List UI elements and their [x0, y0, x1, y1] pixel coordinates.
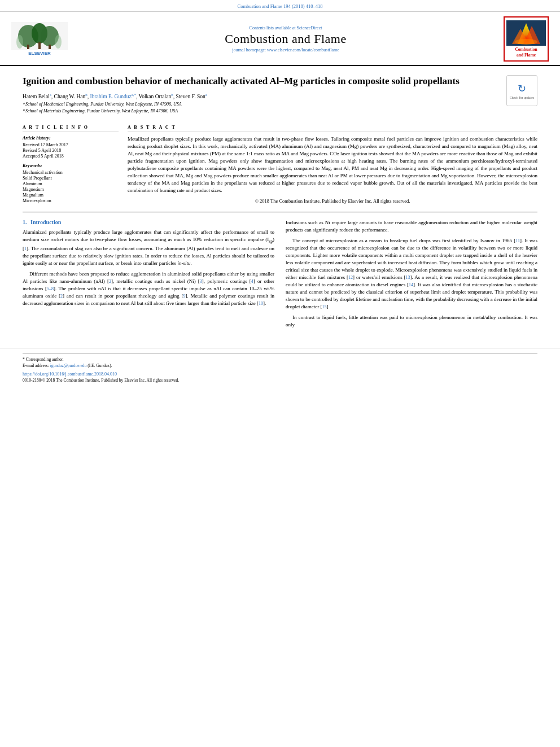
- journal-logo-box: Combustion and Flame: [504, 16, 549, 62]
- right-para-1: Inclusions such as Ni require large amou…: [286, 219, 537, 234]
- check-updates-icon: ↻: [518, 82, 526, 95]
- affiliation-a: ᵃ School of Mechanical Engineering, Purd…: [23, 102, 501, 107]
- abstract-paragraph: Metallized propellants typically produce…: [128, 136, 537, 194]
- revised-date: Revised 5 April 2018: [23, 148, 119, 153]
- citation-text: Combustion and Flame 194 (2018) 410–418: [238, 3, 323, 9]
- body-text-area: 1. Introduction Aluminized propellants t…: [23, 219, 537, 333]
- history-label: Article history:: [23, 136, 119, 141]
- article-content: Ignition and combustion behavior of mech…: [0, 66, 560, 343]
- introduction-body: Aluminized propellants typically produce…: [23, 229, 274, 307]
- intro-para-2: Different methods have been proposed to …: [23, 270, 274, 307]
- right-para-2: The concept of microexplosion as a means…: [286, 237, 537, 311]
- section-divider: [23, 212, 537, 212]
- elsevier-logo: ELSEVIER: [11, 22, 68, 56]
- footer-area: * Corresponding author. E-mail address: …: [0, 348, 560, 386]
- received-date: Received 17 March 2017: [23, 142, 119, 147]
- article-info-column: A R T I C L E I N F O Article history: R…: [23, 125, 119, 205]
- keyword-6: Microexplosion: [23, 198, 119, 203]
- svg-rect-6: [49, 45, 51, 49]
- doi-link[interactable]: https://doi.org/10.1016/j.combustflame.2…: [23, 372, 537, 377]
- keyword-1: Mechanical activation: [23, 170, 119, 175]
- abstract-copyright: © 2018 The Combustion Institute. Publish…: [128, 198, 537, 204]
- abstract-label: A B S T R A C T: [128, 125, 537, 132]
- svg-point-8: [55, 35, 62, 49]
- keyword-3: Aluminum: [23, 181, 119, 186]
- article-title: Ignition and combustion behavior of mech…: [23, 75, 501, 88]
- journal-center-info: Contents lists available at ScienceDirec…: [68, 25, 504, 53]
- page-wrapper: Combustion and Flame 194 (2018) 410–418 …: [0, 0, 560, 747]
- check-updates-box: ↻ Check for updates: [506, 75, 537, 106]
- keyword-2: Solid Propellant: [23, 176, 119, 181]
- body-left-column: 1. Introduction Aluminized propellants t…: [23, 219, 274, 333]
- svg-point-7: [16, 35, 23, 49]
- journal-logo-text: Combustion and Flame: [515, 47, 537, 58]
- right-para-3: In contrast to liquid fuels, little atte…: [286, 314, 537, 329]
- homepage-link[interactable]: www.elsevier.com/locate/combustflame: [267, 47, 339, 53]
- author-email[interactable]: igunduz@purdue.edu: [50, 363, 87, 368]
- check-updates-label: Check for updates: [510, 96, 535, 99]
- article-title-section: Ignition and combustion behavior of mech…: [23, 75, 537, 118]
- article-history: Article history: Received 17 March 2017 …: [23, 136, 119, 159]
- introduction-heading: 1. Introduction: [23, 219, 274, 225]
- svg-rect-5: [38, 42, 41, 49]
- article-title-text: Ignition and combustion behavior of mech…: [23, 75, 501, 113]
- authors: Hatem Belala, Chang W. Hanb, Ibrahim E. …: [23, 93, 501, 99]
- svg-point-14: [515, 39, 537, 45]
- footer-copyright: 0010-2180/© 2018 The Combustion Institut…: [23, 378, 537, 383]
- science-direct-link[interactable]: ScienceDirect: [297, 25, 322, 30]
- keywords-label: Keywords:: [23, 163, 119, 168]
- body-right-text: Inclusions such as Ni require large amou…: [286, 219, 537, 329]
- journal-logo-image: [506, 20, 546, 46]
- science-direct-text: Contents lists available at ScienceDirec…: [68, 25, 504, 30]
- journal-header: ELSEVIER Contents lists available at Sci…: [0, 12, 560, 66]
- affiliation-b: ᵇ School of Materials Engineering, Purdu…: [23, 108, 501, 113]
- journal-homepage: journal homepage: www.elsevier.com/locat…: [68, 47, 504, 53]
- footer-divider: [23, 353, 537, 353]
- body-right-column: Inclusions such as Ni require large amou…: [286, 219, 537, 333]
- intro-para-1: Aluminized propellants typically produce…: [23, 229, 274, 267]
- section-number: 1.: [23, 219, 27, 225]
- abstract-column: A B S T R A C T Metallized propellants t…: [128, 125, 537, 205]
- keyword-5: Magnalium: [23, 193, 119, 198]
- accepted-date: Accepted 5 April 2018: [23, 154, 119, 159]
- svg-rect-4: [27, 45, 29, 49]
- top-citation-bar: Combustion and Flame 194 (2018) 410–418: [0, 0, 560, 12]
- article-info-label: A R T I C L E I N F O: [23, 125, 119, 132]
- journal-title: Combustion and Flame: [68, 32, 504, 46]
- intro-heading-text: Introduction: [30, 219, 61, 225]
- keywords-section: Keywords: Mechanical activation Solid Pr…: [23, 163, 119, 203]
- svg-text:ELSEVIER: ELSEVIER: [28, 51, 51, 56]
- abstract-text: Metallized propellants typically produce…: [128, 136, 537, 205]
- email-note: E-mail address: igunduz@purdue.edu (I.E.…: [23, 363, 537, 368]
- article-info-abstract: A R T I C L E I N F O Article history: R…: [23, 125, 537, 205]
- corresponding-author-note: * Corresponding author.: [23, 357, 537, 362]
- keyword-4: Magnesium: [23, 187, 119, 192]
